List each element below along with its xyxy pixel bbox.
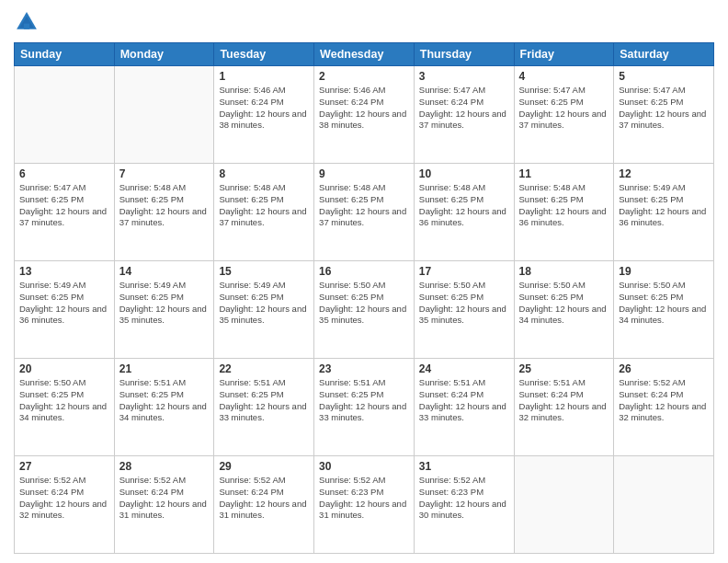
day-cell: 15Sunrise: 5:49 AM Sunset: 6:25 PM Dayli… (214, 261, 314, 359)
header (14, 9, 714, 35)
day-cell: 18Sunrise: 5:50 AM Sunset: 6:25 PM Dayli… (514, 261, 614, 359)
week-row-5: 27Sunrise: 5:52 AM Sunset: 6:24 PM Dayli… (15, 456, 714, 554)
day-cell: 25Sunrise: 5:51 AM Sunset: 6:24 PM Dayli… (514, 359, 614, 456)
day-info: Sunrise: 5:49 AM Sunset: 6:25 PM Dayligh… (119, 280, 210, 327)
day-cell: 10Sunrise: 5:48 AM Sunset: 6:25 PM Dayli… (414, 164, 514, 261)
day-number: 10 (419, 167, 509, 180)
day-number: 20 (19, 362, 109, 375)
day-info: Sunrise: 5:50 AM Sunset: 6:25 PM Dayligh… (419, 280, 509, 327)
day-cell: 17Sunrise: 5:50 AM Sunset: 6:25 PM Dayli… (414, 261, 514, 359)
day-cell: 16Sunrise: 5:50 AM Sunset: 6:25 PM Dayli… (314, 261, 415, 359)
weekday-header-monday: Monday (114, 43, 214, 66)
day-cell: 24Sunrise: 5:51 AM Sunset: 6:24 PM Dayli… (414, 359, 514, 456)
day-info: Sunrise: 5:47 AM Sunset: 6:25 PM Dayligh… (619, 85, 709, 132)
day-number: 23 (319, 362, 409, 375)
day-info: Sunrise: 5:47 AM Sunset: 6:25 PM Dayligh… (519, 85, 609, 132)
day-number: 19 (619, 265, 709, 278)
day-info: Sunrise: 5:52 AM Sunset: 6:24 PM Dayligh… (619, 377, 709, 424)
day-info: Sunrise: 5:51 AM Sunset: 6:25 PM Dayligh… (119, 377, 210, 424)
day-number: 31 (419, 460, 509, 473)
day-cell: 30Sunrise: 5:52 AM Sunset: 6:23 PM Dayli… (314, 456, 415, 554)
day-number: 11 (519, 167, 609, 180)
day-number: 6 (19, 167, 109, 180)
day-cell: 13Sunrise: 5:49 AM Sunset: 6:25 PM Dayli… (15, 261, 115, 359)
day-number: 9 (319, 167, 409, 180)
day-cell (614, 456, 714, 554)
day-cell: 21Sunrise: 5:51 AM Sunset: 6:25 PM Dayli… (114, 359, 214, 456)
day-cell: 31Sunrise: 5:52 AM Sunset: 6:23 PM Dayli… (414, 456, 514, 554)
day-number: 2 (319, 70, 409, 83)
day-cell: 6Sunrise: 5:47 AM Sunset: 6:25 PM Daylig… (15, 164, 115, 261)
day-info: Sunrise: 5:52 AM Sunset: 6:24 PM Dayligh… (219, 475, 309, 522)
week-row-4: 20Sunrise: 5:50 AM Sunset: 6:25 PM Dayli… (15, 359, 714, 456)
day-cell: 19Sunrise: 5:50 AM Sunset: 6:25 PM Dayli… (614, 261, 714, 359)
day-number: 21 (119, 362, 210, 375)
day-info: Sunrise: 5:51 AM Sunset: 6:25 PM Dayligh… (319, 377, 409, 424)
svg-rect-2 (24, 24, 29, 29)
day-info: Sunrise: 5:50 AM Sunset: 6:25 PM Dayligh… (619, 280, 709, 327)
day-cell: 28Sunrise: 5:52 AM Sunset: 6:24 PM Dayli… (114, 456, 214, 554)
day-number: 15 (219, 265, 309, 278)
week-row-1: 1Sunrise: 5:46 AM Sunset: 6:24 PM Daylig… (15, 66, 714, 164)
day-info: Sunrise: 5:52 AM Sunset: 6:24 PM Dayligh… (19, 475, 109, 522)
weekday-header-saturday: Saturday (614, 43, 714, 66)
day-info: Sunrise: 5:46 AM Sunset: 6:24 PM Dayligh… (319, 85, 409, 132)
day-info: Sunrise: 5:52 AM Sunset: 6:23 PM Dayligh… (419, 475, 509, 522)
day-info: Sunrise: 5:48 AM Sunset: 6:25 PM Dayligh… (319, 182, 409, 229)
day-info: Sunrise: 5:52 AM Sunset: 6:23 PM Dayligh… (319, 475, 409, 522)
day-number: 13 (19, 265, 109, 278)
day-info: Sunrise: 5:51 AM Sunset: 6:24 PM Dayligh… (519, 377, 609, 424)
page: SundayMondayTuesdayWednesdayThursdayFrid… (0, 0, 728, 563)
day-number: 4 (519, 70, 609, 83)
day-cell (15, 66, 115, 164)
calendar-table: SundayMondayTuesdayWednesdayThursdayFrid… (14, 42, 714, 554)
day-cell: 7Sunrise: 5:48 AM Sunset: 6:25 PM Daylig… (114, 164, 214, 261)
day-info: Sunrise: 5:49 AM Sunset: 6:25 PM Dayligh… (219, 280, 309, 327)
day-number: 30 (319, 460, 409, 473)
day-info: Sunrise: 5:48 AM Sunset: 6:25 PM Dayligh… (219, 182, 309, 229)
day-cell: 22Sunrise: 5:51 AM Sunset: 6:25 PM Dayli… (214, 359, 314, 456)
day-cell: 8Sunrise: 5:48 AM Sunset: 6:25 PM Daylig… (214, 164, 314, 261)
day-cell: 12Sunrise: 5:49 AM Sunset: 6:25 PM Dayli… (614, 164, 714, 261)
day-number: 18 (519, 265, 609, 278)
day-info: Sunrise: 5:50 AM Sunset: 6:25 PM Dayligh… (319, 280, 409, 327)
day-number: 7 (119, 167, 210, 180)
day-cell (514, 456, 614, 554)
day-info: Sunrise: 5:48 AM Sunset: 6:25 PM Dayligh… (419, 182, 509, 229)
day-cell: 27Sunrise: 5:52 AM Sunset: 6:24 PM Dayli… (15, 456, 115, 554)
day-number: 5 (619, 70, 709, 83)
weekday-header-wednesday: Wednesday (314, 43, 415, 66)
day-number: 17 (419, 265, 509, 278)
week-row-2: 6Sunrise: 5:47 AM Sunset: 6:25 PM Daylig… (15, 164, 714, 261)
day-info: Sunrise: 5:51 AM Sunset: 6:24 PM Dayligh… (419, 377, 509, 424)
day-info: Sunrise: 5:47 AM Sunset: 6:25 PM Dayligh… (19, 182, 109, 229)
day-info: Sunrise: 5:48 AM Sunset: 6:25 PM Dayligh… (519, 182, 609, 229)
day-info: Sunrise: 5:49 AM Sunset: 6:25 PM Dayligh… (19, 280, 109, 327)
day-cell: 5Sunrise: 5:47 AM Sunset: 6:25 PM Daylig… (614, 66, 714, 164)
day-number: 8 (219, 167, 309, 180)
logo (14, 9, 43, 35)
weekday-header-thursday: Thursday (414, 43, 514, 66)
day-cell: 14Sunrise: 5:49 AM Sunset: 6:25 PM Dayli… (114, 261, 214, 359)
day-info: Sunrise: 5:46 AM Sunset: 6:24 PM Dayligh… (219, 85, 309, 132)
weekday-header-row: SundayMondayTuesdayWednesdayThursdayFrid… (15, 43, 714, 66)
day-number: 29 (219, 460, 309, 473)
day-number: 12 (619, 167, 709, 180)
weekday-header-friday: Friday (514, 43, 614, 66)
day-cell: 9Sunrise: 5:48 AM Sunset: 6:25 PM Daylig… (314, 164, 415, 261)
day-info: Sunrise: 5:51 AM Sunset: 6:25 PM Dayligh… (219, 377, 309, 424)
day-cell: 3Sunrise: 5:47 AM Sunset: 6:24 PM Daylig… (414, 66, 514, 164)
day-number: 3 (419, 70, 509, 83)
day-info: Sunrise: 5:49 AM Sunset: 6:25 PM Dayligh… (619, 182, 709, 229)
day-cell: 11Sunrise: 5:48 AM Sunset: 6:25 PM Dayli… (514, 164, 614, 261)
day-cell: 20Sunrise: 5:50 AM Sunset: 6:25 PM Dayli… (15, 359, 115, 456)
weekday-header-tuesday: Tuesday (214, 43, 314, 66)
day-cell (114, 66, 214, 164)
weekday-header-sunday: Sunday (15, 43, 115, 66)
day-number: 16 (319, 265, 409, 278)
logo-icon (14, 9, 40, 35)
day-number: 27 (19, 460, 109, 473)
day-number: 26 (619, 362, 709, 375)
day-cell: 4Sunrise: 5:47 AM Sunset: 6:25 PM Daylig… (514, 66, 614, 164)
day-cell: 2Sunrise: 5:46 AM Sunset: 6:24 PM Daylig… (314, 66, 415, 164)
